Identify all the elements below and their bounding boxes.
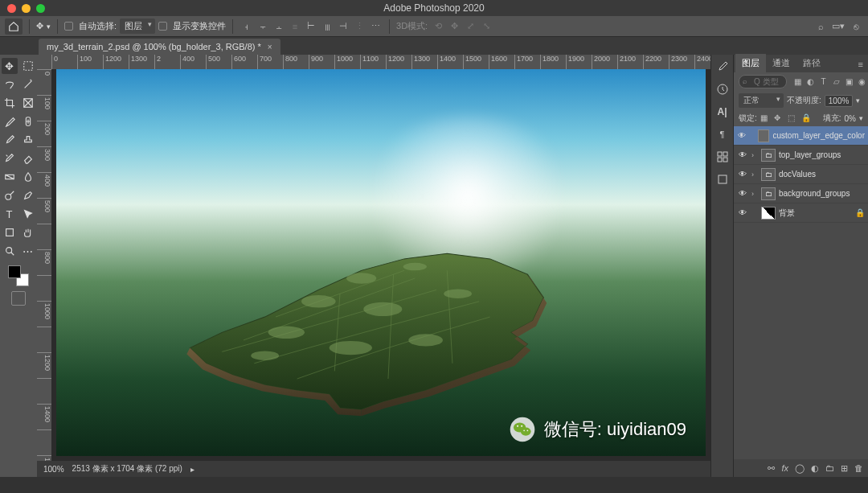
folder-icon[interactable]: 🗀 bbox=[761, 149, 776, 162]
brush-tool[interactable] bbox=[2, 132, 18, 148]
align-vcenter-icon[interactable]: ⫟ bbox=[256, 19, 270, 34]
panel-menu-icon[interactable]: ≡ bbox=[854, 56, 868, 72]
folder-icon[interactable]: 🗀 bbox=[761, 187, 776, 200]
dodge-tool[interactable] bbox=[2, 187, 18, 203]
lock-position-icon[interactable]: ✥ bbox=[774, 113, 784, 124]
eraser-tool[interactable] bbox=[20, 150, 36, 166]
blur-tool[interactable] bbox=[20, 169, 36, 185]
close-tab-icon[interactable]: × bbox=[268, 43, 272, 51]
zoom-value[interactable]: 100% bbox=[43, 465, 64, 474]
filter-smart-icon[interactable]: ▣ bbox=[844, 76, 854, 87]
ruler-corner[interactable] bbox=[37, 55, 51, 69]
filter-adjust-icon[interactable]: ◐ bbox=[805, 76, 816, 87]
layer-row[interactable]: 👁›🗀background_groups bbox=[734, 184, 868, 203]
swatches-panel-icon[interactable] bbox=[715, 150, 730, 164]
chevron-down-icon[interactable]: ▾ bbox=[859, 114, 863, 122]
link-layers-icon[interactable]: ⚯ bbox=[768, 463, 775, 474]
hand-tool[interactable] bbox=[20, 224, 36, 240]
healing-tool[interactable] bbox=[20, 113, 36, 129]
edit-toolbar[interactable]: ⋯ bbox=[20, 243, 36, 259]
lock-pixels-icon[interactable]: ▦ bbox=[760, 113, 771, 124]
document-tab[interactable]: my_3d_terrain_2.psd @ 100% (bg_holder_3,… bbox=[39, 39, 280, 55]
layer-name[interactable]: docValues bbox=[779, 170, 816, 179]
layer-thumbnail[interactable] bbox=[761, 207, 776, 220]
layer-row[interactable]: 👁›🗀docValues bbox=[734, 165, 868, 184]
layer-thumbnail[interactable] bbox=[758, 129, 770, 142]
paragraph-panel-icon[interactable]: ¶ bbox=[715, 127, 730, 142]
visibility-icon[interactable]: 👁 bbox=[737, 150, 748, 159]
layer-row[interactable]: 👁 custom_layer_edge_color bbox=[734, 126, 868, 146]
folder-icon[interactable]: 🗀 bbox=[761, 168, 776, 181]
layer-fx-icon[interactable]: fx bbox=[781, 463, 788, 473]
filter-toggle-icon[interactable]: ◉ bbox=[857, 76, 867, 87]
visibility-icon[interactable]: 👁 bbox=[737, 208, 748, 217]
history-panel-icon[interactable] bbox=[715, 82, 730, 97]
crop-tool[interactable] bbox=[2, 95, 18, 111]
canvas-viewport[interactable]: 微信号: uiyidian09 bbox=[51, 69, 710, 461]
lock-artboard-icon[interactable]: ⬚ bbox=[788, 113, 798, 124]
doc-info-arrow[interactable]: ▸ bbox=[190, 465, 194, 474]
chevron-down-icon[interactable]: ▾ bbox=[856, 97, 860, 105]
shape-tool[interactable] bbox=[2, 224, 18, 240]
history-brush-tool[interactable] bbox=[2, 150, 18, 166]
expand-arrow-icon[interactable]: › bbox=[751, 151, 758, 159]
layer-name[interactable]: 背景 bbox=[779, 207, 795, 219]
delete-layer-icon[interactable]: 🗑 bbox=[854, 463, 863, 473]
path-select-tool[interactable] bbox=[20, 206, 36, 222]
visibility-icon[interactable]: 👁 bbox=[737, 170, 748, 179]
type-tool[interactable]: T bbox=[2, 206, 18, 222]
align-hcenter-icon[interactable]: ⫼ bbox=[320, 19, 334, 34]
align-right-icon[interactable]: ⊣ bbox=[336, 19, 350, 34]
fill-value[interactable]: 0% bbox=[845, 114, 856, 123]
distribute-v-icon[interactable]: ≡ bbox=[288, 19, 302, 34]
move-tool[interactable]: ✥ bbox=[2, 58, 18, 74]
filter-pixel-icon[interactable]: ▦ bbox=[792, 76, 803, 87]
layer-name[interactable]: background_groups bbox=[779, 189, 850, 198]
layer-row[interactable]: 👁 背景🔒 bbox=[734, 203, 868, 223]
ruler-vertical[interactable]: 01002003004005008001000120014001600 bbox=[37, 69, 51, 461]
layer-name[interactable]: custom_layer_edge_color bbox=[772, 131, 865, 140]
gradient-tool[interactable] bbox=[2, 169, 18, 185]
character-panel-icon[interactable]: A| bbox=[715, 105, 730, 119]
tab-paths[interactable]: 路径 bbox=[796, 54, 827, 72]
expand-arrow-icon[interactable]: › bbox=[751, 190, 758, 198]
color-swatches[interactable] bbox=[8, 265, 29, 286]
share-icon[interactable]: ⎋ bbox=[849, 19, 863, 34]
doc-info[interactable]: 2513 像素 x 1704 像素 (72 ppi) bbox=[72, 463, 182, 475]
workspace-icon[interactable]: ▭▾ bbox=[831, 19, 845, 34]
layer-mask-icon[interactable]: ◯ bbox=[795, 463, 805, 474]
new-layer-icon[interactable]: ⊞ bbox=[841, 463, 848, 474]
close-window-icon[interactable] bbox=[7, 4, 16, 13]
zoom-tool[interactable] bbox=[2, 243, 18, 259]
libraries-panel-icon[interactable] bbox=[715, 172, 730, 187]
brush-settings-icon[interactable] bbox=[715, 60, 730, 74]
canvas[interactable] bbox=[56, 69, 706, 456]
filter-type-icon[interactable]: T bbox=[818, 76, 829, 87]
tab-layers[interactable]: 图层 bbox=[735, 54, 766, 72]
new-group-icon[interactable]: 🗀 bbox=[825, 463, 834, 473]
minimize-window-icon[interactable] bbox=[22, 4, 31, 13]
lock-all-icon[interactable]: 🔒 bbox=[801, 113, 812, 124]
align-left-icon[interactable]: ⊢ bbox=[304, 19, 318, 34]
tab-channels[interactable]: 通道 bbox=[766, 54, 796, 72]
visibility-icon[interactable]: 👁 bbox=[737, 189, 748, 198]
distribute-h-icon[interactable]: ⋮ bbox=[352, 19, 366, 34]
align-top-icon[interactable]: ⫞ bbox=[240, 19, 254, 34]
auto-select-dropdown[interactable]: 图层 bbox=[120, 18, 155, 34]
frame-tool[interactable] bbox=[20, 95, 36, 111]
layer-row[interactable]: 👁›🗀top_layer_groups bbox=[734, 146, 868, 165]
blend-mode-dropdown[interactable]: 正常 bbox=[739, 93, 784, 108]
new-adjustment-icon[interactable]: ◐ bbox=[811, 463, 819, 474]
auto-select-checkbox[interactable] bbox=[64, 22, 73, 31]
quickmask-toggle[interactable] bbox=[11, 291, 26, 306]
layer-name[interactable]: top_layer_groups bbox=[779, 150, 841, 159]
visibility-icon[interactable]: 👁 bbox=[737, 131, 746, 140]
home-button[interactable] bbox=[5, 18, 23, 35]
opacity-value[interactable]: 100% bbox=[825, 95, 854, 107]
marquee-tool[interactable] bbox=[20, 58, 36, 74]
ruler-horizontal[interactable]: 0100120013002400500600700800900100011001… bbox=[51, 55, 710, 69]
magic-wand-tool[interactable] bbox=[20, 76, 36, 92]
stamp-tool[interactable] bbox=[20, 132, 36, 148]
pen-tool[interactable] bbox=[20, 187, 36, 203]
fg-color-swatch[interactable] bbox=[8, 265, 21, 278]
